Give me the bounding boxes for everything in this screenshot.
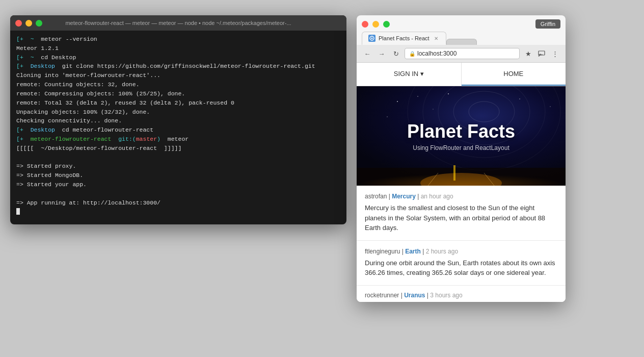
post-author: astrofan	[365, 193, 387, 200]
terminal-window: meteor-flowrouter-react — meteor — meteo…	[10, 15, 346, 224]
terminal-line: [+ ~ meteor --version	[16, 35, 340, 44]
terminal-line	[16, 153, 340, 162]
terminal-line: => Started proxy.	[16, 162, 340, 171]
inactive-browser-tab[interactable]	[446, 39, 477, 45]
post-author: ftlengineguru	[365, 248, 400, 255]
terminal-line	[16, 189, 340, 198]
terminal-line: => Started MongoDB.	[16, 171, 340, 180]
svg-point-14	[519, 98, 520, 99]
home-nav-item[interactable]: HOME	[462, 63, 566, 86]
browser-window: Griffin Planet Facts - React ✕ ← → ↻ 🔒 l…	[357, 15, 566, 302]
terminal-line: [[[[[ ~/Desktop/meteor-flowrouter-react …	[16, 144, 340, 153]
hero-text: Planet Facts Using FlowRouter and ReactL…	[407, 121, 515, 151]
svg-rect-19	[453, 165, 455, 181]
tab-title: Planet Facts - React	[379, 35, 430, 41]
close-button[interactable]	[15, 20, 22, 27]
post-author: rocketrunner	[365, 292, 399, 299]
browser-close-button[interactable]	[362, 21, 368, 28]
tab-close-icon[interactable]: ✕	[433, 35, 440, 42]
minimize-button[interactable]	[25, 20, 32, 27]
post-meta: ftlengineguru | Earth | 2 hours ago	[365, 248, 557, 255]
terminal-line: Checking connectivity... done.	[16, 116, 340, 125]
terminal-line: Unpacking objects: 100% (32/32), done.	[16, 108, 340, 117]
terminal-line: [+ meteor-flowrouter-react git:(master) …	[16, 135, 340, 144]
terminal-body: [+ ~ meteor --version Meteor 1.2.1 [+ ~ …	[10, 31, 346, 224]
signin-nav-item[interactable]: SIGN IN ▾	[357, 63, 461, 86]
post-planet[interactable]: Mercury	[392, 193, 416, 200]
terminal-line: Cloning into 'meteor-flowrouter-react'..…	[16, 71, 340, 80]
browser-tab-bar: Planet Facts - React ✕	[357, 32, 566, 45]
terminal-line: => Started your app.	[16, 180, 340, 189]
post-time: 3 hours ago	[430, 292, 462, 299]
webapp-nav: SIGN IN ▾ HOME	[357, 63, 566, 86]
active-browser-tab[interactable]: Planet Facts - React ✕	[362, 32, 446, 45]
cast-icon[interactable]	[536, 48, 547, 59]
bookmark-icon[interactable]: ★	[523, 48, 534, 59]
refresh-button[interactable]: ↻	[390, 48, 401, 59]
post-item: astrofan | Mercury | an hour ago Mercury…	[357, 186, 566, 241]
post-planet[interactable]: Uranus	[404, 292, 425, 299]
forward-button[interactable]: →	[376, 48, 387, 59]
svg-point-15	[550, 106, 550, 107]
terminal-title: meteor-flowrouter-react — meteor — meteo…	[65, 20, 291, 26]
post-meta: astrofan | Mercury | an hour ago	[365, 193, 557, 200]
maximize-button[interactable]	[36, 20, 42, 27]
terminal-titlebar: meteor-flowrouter-react — meteor — meteo…	[10, 15, 346, 31]
terminal-line: remote: Compressing objects: 100% (25/25…	[16, 89, 340, 98]
browser-right-icons: ★ ⋮	[523, 48, 560, 59]
address-bar[interactable]: 🔒 localhost:3000	[405, 48, 520, 59]
url-text: localhost:3000	[417, 50, 457, 57]
hero-title: Planet Facts	[407, 121, 515, 142]
terminal-cursor-line	[16, 207, 340, 216]
svg-point-11	[387, 116, 388, 117]
terminal-line: remote: Counting objects: 32, done.	[16, 80, 340, 89]
browser-top-bar: Griffin	[357, 15, 566, 32]
post-body: During one orbit around the Sun, Earth r…	[365, 258, 557, 278]
terminal-line: [+ ~ cd Desktop	[16, 53, 340, 62]
terminal-line: => App running at: http://localhost:3000…	[16, 198, 340, 208]
svg-point-9	[397, 101, 398, 102]
svg-point-10	[417, 96, 418, 97]
svg-point-13	[448, 93, 449, 94]
svg-point-12	[433, 109, 433, 109]
post-list: astrofan | Mercury | an hour ago Mercury…	[357, 186, 566, 302]
post-meta: rocketrunner | Uranus | 3 hours ago	[365, 292, 557, 299]
terminal-line: remote: Total 32 (delta 2), reused 32 (d…	[16, 98, 340, 108]
menu-icon[interactable]: ⋮	[549, 48, 560, 59]
post-body: Mercury is the smallest and closest to t…	[365, 203, 557, 233]
lock-icon: 🔒	[409, 51, 415, 57]
webapp-content: SIGN IN ▾ HOME	[357, 63, 566, 302]
hero-subtitle: Using FlowRouter and ReactLayout	[407, 144, 515, 151]
post-time: 2 hours ago	[426, 248, 458, 255]
post-item: ftlengineguru | Earth | 2 hours ago Duri…	[357, 241, 566, 286]
terminal-line: [+ Desktop git clone https://github.com/…	[16, 62, 340, 71]
terminal-line: [+ Desktop cd meteor-flowrouter-react	[16, 125, 340, 135]
browser-minimize-button[interactable]	[372, 21, 379, 28]
back-button[interactable]: ←	[362, 48, 373, 59]
post-time: an hour ago	[421, 193, 453, 200]
griffin-button[interactable]: Griffin	[535, 19, 560, 29]
hero-image: Planet Facts Using FlowRouter and ReactL…	[357, 86, 566, 186]
post-planet[interactable]: Earth	[405, 248, 421, 255]
post-item: rocketrunner | Uranus | 3 hours ago	[357, 286, 566, 302]
tab-favicon	[368, 35, 375, 42]
svg-point-1	[371, 38, 373, 39]
browser-maximize-button[interactable]	[383, 21, 390, 28]
browser-nav-bar: ← → ↻ 🔒 localhost:3000 ★ ⋮	[357, 45, 566, 63]
terminal-line: Meteor 1.2.1	[16, 44, 340, 53]
